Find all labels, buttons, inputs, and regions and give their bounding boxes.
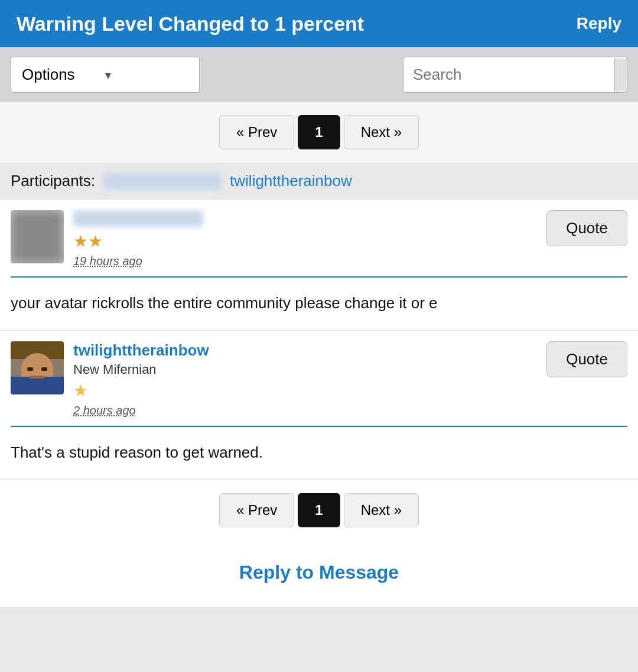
user-rank-2: New Mifernian: [73, 362, 209, 377]
page-title: Warning Level Changed to 1 percent: [17, 12, 364, 35]
search-input[interactable]: [403, 57, 614, 92]
post-header-1: ★★ 19 hours ago Quote: [11, 200, 627, 274]
post-body-2: That's a stupid reason to get warned.: [11, 436, 627, 469]
toolbar: Options ▾ 🔍: [0, 47, 638, 102]
current-page-button-bottom[interactable]: 1: [298, 493, 340, 527]
posts-area: ★★ 19 hours ago Quote your avatar rickro…: [0, 200, 638, 480]
chevron-down-icon: ▾: [105, 68, 188, 82]
participant-blurred-name: [103, 173, 222, 190]
user-details-2: twilighttherainbow New Mifernian ★ 2 hou…: [73, 341, 209, 417]
table-row: ★★ 19 hours ago Quote your avatar rickro…: [0, 200, 638, 331]
quote-button-1[interactable]: Quote: [546, 210, 627, 246]
post-time-2: 2 hours ago: [73, 404, 209, 417]
page-header: Warning Level Changed to 1 percent Reply: [0, 0, 638, 47]
pagination-bottom: « Prev 1 Next »: [0, 480, 638, 540]
reply-button[interactable]: Reply: [577, 14, 621, 33]
prev-page-button-top[interactable]: « Prev: [219, 115, 294, 149]
user-stars-2: ★: [73, 381, 209, 400]
post-divider-1: [11, 276, 627, 278]
post-header-2: twilighttherainbow New Mifernian ★ 2 hou…: [11, 331, 627, 423]
next-page-button-bottom[interactable]: Next »: [344, 493, 419, 527]
avatar: [11, 210, 64, 263]
user-details-1: ★★ 19 hours ago: [73, 210, 203, 268]
post-user-info-1: ★★ 19 hours ago: [11, 210, 203, 268]
user-stars-1: ★★: [73, 231, 203, 251]
search-icon: 🔍: [626, 67, 627, 83]
search-area: 🔍: [403, 57, 627, 93]
pagination-top: « Prev 1 Next »: [0, 102, 638, 162]
options-label: Options: [22, 66, 105, 84]
quote-button-2[interactable]: Quote: [546, 341, 627, 377]
post-time-1: 19 hours ago: [73, 255, 203, 268]
search-button[interactable]: 🔍: [614, 58, 627, 92]
participant-twilight-link[interactable]: twilighttherainbow: [230, 172, 352, 190]
prev-page-button-bottom[interactable]: « Prev: [219, 493, 294, 527]
post-divider-2: [11, 426, 627, 427]
table-row: twilighttherainbow New Mifernian ★ 2 hou…: [0, 331, 638, 480]
next-page-button-top[interactable]: Next »: [344, 115, 419, 149]
current-page-button-top[interactable]: 1: [298, 115, 340, 149]
reply-to-message-button[interactable]: Reply to Message: [0, 540, 638, 607]
options-dropdown[interactable]: Options ▾: [11, 57, 200, 93]
username-blurred: [73, 210, 203, 227]
participants-label: Participants:: [11, 172, 95, 190]
avatar-blurred-image: [11, 210, 64, 263]
participants-bar: Participants: twilighttherainbow: [0, 162, 638, 200]
username-twilight[interactable]: twilighttherainbow: [73, 341, 209, 360]
post-user-info-2: twilighttherainbow New Mifernian ★ 2 hou…: [11, 341, 209, 417]
avatar: [11, 341, 64, 394]
post-body-1: your avatar rickrolls the entire communi…: [11, 287, 627, 319]
